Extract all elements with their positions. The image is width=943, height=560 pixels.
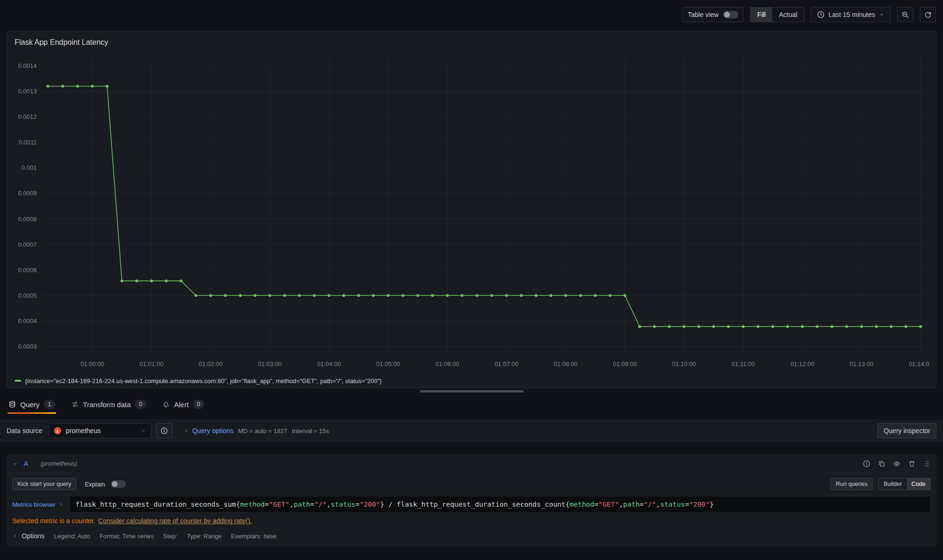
options-exemplars: Exemplars: false	[231, 533, 276, 540]
svg-text:0.0003: 0.0003	[18, 343, 37, 350]
promql-expression: flask_http_request_duration_seconds_sum{…	[75, 501, 714, 508]
panel-title[interactable]: Flask App Endpoint Latency	[15, 34, 928, 50]
panel-resize-handle[interactable]	[420, 390, 524, 393]
time-range-label: Last 15 minutes	[828, 11, 875, 18]
transform-icon	[71, 401, 79, 408]
tab-transform-label: Transform data	[83, 401, 131, 409]
svg-text:01:04:00: 01:04:00	[317, 360, 341, 368]
legend-series-label[interactable]: {instance="ec2-184-169-216-224.us-west-1…	[25, 377, 382, 384]
datasource-bar: Data source prometheus Query options MD …	[0, 419, 943, 442]
svg-text:0.0011: 0.0011	[18, 139, 37, 146]
grafana-panel-editor: Table view Fill Actual Last 15 minutes F…	[0, 0, 943, 560]
fill-actual-group: Fill Actual	[750, 7, 804, 22]
svg-text:01:06:00: 01:06:00	[435, 360, 459, 368]
tab-query-count: 1	[44, 400, 55, 409]
query-code-row: Metrics browser flask_http_request_durat…	[12, 496, 931, 513]
query-row-header[interactable]: A (prometheus)	[7, 454, 936, 473]
metrics-browser-label: Metrics browser	[12, 501, 56, 508]
trash-icon[interactable]	[908, 460, 916, 468]
svg-text:01:14:00: 01:14:00	[909, 360, 929, 368]
svg-text:01:07:00: 01:07:00	[494, 360, 518, 368]
query-inspector-button[interactable]: Query inspector	[877, 423, 936, 438]
svg-text:0.0009: 0.0009	[18, 190, 37, 197]
builder-mode-button[interactable]: Builder	[879, 478, 907, 490]
warning-text: Selected metric is a counter.	[12, 517, 95, 525]
zoom-out-button[interactable]	[897, 7, 913, 22]
chevron-right-icon	[58, 501, 64, 507]
code-mode-button[interactable]: Code	[907, 478, 930, 490]
database-icon	[8, 401, 16, 408]
explain-toggle[interactable]	[111, 480, 126, 488]
datasource-selected-value: prometheus	[66, 427, 100, 435]
query-row-actions	[863, 460, 931, 468]
options-legend: Legend: Auto	[54, 533, 90, 540]
svg-text:01:10:00: 01:10:00	[672, 360, 696, 368]
panel-edit-topbar: Table view Fill Actual Last 15 minutes	[0, 0, 943, 29]
info-circle-icon	[160, 427, 168, 435]
svg-text:0.0007: 0.0007	[18, 241, 37, 248]
query-row-body: Kick start your query Explain Run querie…	[7, 473, 936, 540]
query-options-interval: Interval = 15s	[292, 427, 329, 435]
chevron-down-icon	[879, 12, 885, 17]
time-range-picker[interactable]: Last 15 minutes	[811, 7, 891, 22]
query-editor-row: A (prometheus) Kick start your query Exp…	[7, 454, 936, 546]
query-options-label: Query options	[192, 427, 233, 435]
fill-option-button[interactable]: Fill	[751, 8, 772, 22]
tab-alert-count: 0	[193, 400, 204, 409]
collapse-query-icon[interactable]	[12, 461, 18, 467]
clock-icon	[817, 11, 825, 18]
refresh-icon	[924, 11, 932, 18]
editor-mode-group: Builder Code	[878, 478, 931, 490]
bell-icon	[162, 401, 170, 408]
table-view-label: Table view	[688, 11, 718, 18]
metrics-browser-toggle[interactable]: Metrics browser	[12, 501, 64, 508]
tab-query-label: Query	[20, 401, 40, 409]
run-queries-button[interactable]: Run queries	[831, 478, 873, 490]
svg-text:0.0013: 0.0013	[18, 88, 37, 95]
query-options-row[interactable]: Options Legend: Auto Format: Time series…	[12, 532, 931, 540]
actual-option-button[interactable]: Actual	[772, 8, 804, 22]
tab-transform-count: 0	[135, 400, 146, 409]
counter-warning: Selected metric is a counter.Consider ca…	[12, 517, 931, 525]
refresh-button[interactable]	[920, 7, 936, 22]
duplicate-query-icon[interactable]	[878, 460, 885, 468]
query-options-md: MD = auto = 1827	[238, 427, 287, 435]
svg-text:0.0012: 0.0012	[18, 113, 37, 120]
svg-text:01:09:00: 01:09:00	[613, 360, 637, 368]
tab-transform-data[interactable]: Transform data 0	[70, 394, 147, 415]
latency-panel: Flask App Endpoint Latency 0.00030.00040…	[7, 31, 936, 388]
datasource-picker[interactable]: prometheus	[49, 423, 151, 438]
datasource-label: Data source	[7, 427, 42, 435]
table-view-toggle[interactable]	[723, 11, 738, 18]
svg-text:01:02:00: 01:02:00	[199, 360, 223, 368]
tab-query[interactable]: Query 1	[8, 394, 56, 415]
table-view-control: Table view	[683, 7, 743, 22]
panel-resize-area	[0, 388, 943, 394]
chevron-right-icon	[12, 533, 18, 539]
explain-label: Explain	[85, 481, 105, 488]
svg-text:01:03:00: 01:03:00	[258, 360, 282, 368]
svg-text:0.0008: 0.0008	[18, 216, 37, 223]
svg-text:01:11:00: 01:11:00	[732, 360, 755, 368]
svg-text:01:01:00: 01:01:00	[140, 360, 164, 368]
datasource-help-button[interactable]	[156, 423, 172, 438]
svg-text:01:13:00: 01:13:00	[850, 360, 874, 368]
drag-handle-icon[interactable]	[923, 460, 931, 468]
options-label: Options	[22, 532, 44, 540]
rate-hint-link[interactable]: Consider calculating rate of counter by …	[98, 517, 252, 525]
kick-start-query-button[interactable]: Kick start your query	[12, 478, 76, 490]
svg-text:0.0014: 0.0014	[18, 62, 37, 69]
svg-text:0.0006: 0.0006	[18, 267, 37, 274]
magnifier-minus-icon	[901, 11, 909, 18]
options-step: Step:	[163, 533, 177, 540]
info-circle-icon[interactable]	[863, 460, 870, 468]
latency-chart[interactable]: 0.00030.00040.00050.00060.00070.00080.00…	[15, 50, 929, 372]
chevron-down-icon	[141, 428, 146, 434]
eye-icon[interactable]	[893, 460, 901, 468]
svg-text:01:12:00: 01:12:00	[791, 360, 815, 368]
chevron-right-icon	[184, 428, 189, 434]
tab-alert[interactable]: Alert 0	[161, 394, 205, 415]
svg-text:01:05:00: 01:05:00	[376, 360, 401, 368]
promql-editor[interactable]: flask_http_request_duration_seconds_sum{…	[69, 496, 931, 513]
query-options-toggle[interactable]: Query options	[184, 427, 233, 435]
